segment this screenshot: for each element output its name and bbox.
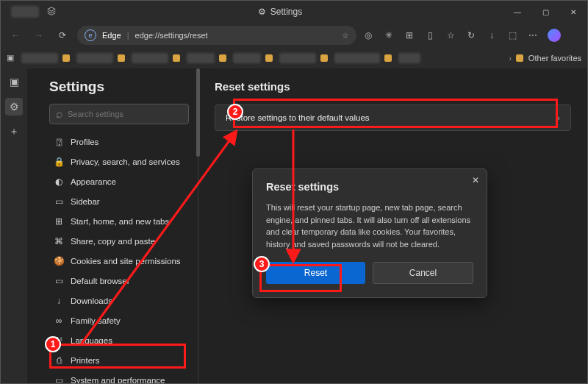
back-button[interactable]: ← xyxy=(7,26,24,44)
family-icon: ∞ xyxy=(54,316,64,326)
favorite-star-icon[interactable]: ☆ xyxy=(342,31,349,40)
edge-icon: e xyxy=(85,29,96,41)
sidebar-item-languages[interactable]: AᵗLanguages xyxy=(49,330,189,350)
sidebar-item-printers[interactable]: ⎙Printers xyxy=(49,350,189,370)
settings-heading: Settings xyxy=(49,79,189,95)
minimize-button[interactable]: — xyxy=(503,1,531,23)
sidebar-item-start[interactable]: ⊞Start, home, and new tabs xyxy=(49,211,189,231)
sidebar-item-privacy[interactable]: 🔒Privacy, search, and services xyxy=(49,152,189,171)
close-button[interactable]: ✕ xyxy=(559,1,587,23)
sidebar-item-label: Sidebar xyxy=(71,197,100,206)
reset-settings-dialog: ✕ Reset settings This will reset your st… xyxy=(252,168,487,298)
rail-newtab-icon[interactable]: ＋ xyxy=(5,123,23,141)
sidebar-item-share[interactable]: ⌘Share, copy and paste xyxy=(49,231,189,251)
bookmark-item[interactable] xyxy=(279,53,316,63)
toolbar-extension-icon[interactable]: ✳ xyxy=(383,29,395,41)
sidebar-item-label: Default browser xyxy=(71,277,130,285)
search-icon: ⌕ xyxy=(56,107,63,121)
bookmark-item[interactable] xyxy=(334,53,380,63)
sidebar-item-label: Start, home, and new tabs xyxy=(71,217,169,226)
sidebar-item-sidebar[interactable]: ▭Sidebar xyxy=(49,191,189,211)
copilot-icon[interactable] xyxy=(548,29,561,42)
cancel-button[interactable]: Cancel xyxy=(373,262,473,284)
navbar: ← → ⟳ e Edge | edge://settings/reset ☆ ◎… xyxy=(1,23,587,48)
bookmarks-bar: ▣ › Other favorites xyxy=(1,48,587,68)
printer-icon: ⎙ xyxy=(54,355,64,366)
rail-tab-icon[interactable]: ▣ xyxy=(5,73,23,90)
other-favorites-button[interactable]: Other favorites xyxy=(516,54,581,63)
toolbar-extensions-icon[interactable]: ⬚ xyxy=(506,29,518,41)
bookmark-item[interactable] xyxy=(21,53,58,63)
home-icon: ⊞ xyxy=(54,216,64,227)
address-brand: Edge xyxy=(102,31,121,40)
refresh-button[interactable]: ⟳ xyxy=(54,26,71,44)
language-icon: Aᵗ xyxy=(54,335,64,346)
sidebar-item-family[interactable]: ∞Family safety xyxy=(49,310,189,330)
toolbar-more-icon[interactable]: ⋯ xyxy=(527,29,539,41)
sidebar-item-label: System and performance xyxy=(71,376,165,384)
toolbar-collections-icon[interactable]: ▯ xyxy=(424,29,436,41)
gear-icon: ⚙ xyxy=(258,7,266,17)
bookmark-tile-icon[interactable]: ▣ xyxy=(7,53,17,63)
toolbar-downloads-icon[interactable]: ↓ xyxy=(486,29,498,41)
browser-icon: ▭ xyxy=(54,276,64,286)
sidebar-item-label: Printers xyxy=(71,356,100,365)
toolbar-grid-icon[interactable]: ⊞ xyxy=(404,29,415,41)
sidebar-item-label: Languages xyxy=(71,336,112,345)
sidebar-item-label: Cookies and site permissions xyxy=(71,257,181,266)
scrollbar[interactable] xyxy=(196,68,200,157)
sidebar-item-system[interactable]: ▭System and performance xyxy=(49,370,189,383)
vertical-tab-rail: ▣ ⚙ ＋ xyxy=(1,68,27,141)
titlebar: ⚙ Settings — ▢ ✕ xyxy=(1,1,587,23)
settings-sidebar: Settings ⌕ ⍰Profiles 🔒Privacy, search, a… xyxy=(27,68,198,383)
sidebar-item-downloads[interactable]: ↓Downloads xyxy=(49,291,189,310)
window-title: Settings xyxy=(270,7,302,17)
restore-defaults-row[interactable]: Restore settings to their default values… xyxy=(215,104,571,131)
toolbar-shield-icon[interactable]: ◎ xyxy=(362,29,374,41)
sidebar-item-label: Profiles xyxy=(71,138,98,146)
sidebar-item-cookies[interactable]: 🍪Cookies and site permissions xyxy=(49,251,189,271)
bookmark-item[interactable] xyxy=(132,53,168,63)
restore-defaults-label: Restore settings to their default values xyxy=(226,113,370,122)
profile-icon: ⍰ xyxy=(54,137,64,147)
forward-button[interactable]: → xyxy=(30,26,48,44)
reset-button[interactable]: Reset xyxy=(266,262,365,284)
dialog-body: This will reset your startup page, new t… xyxy=(266,202,473,250)
appearance-icon: ◐ xyxy=(54,177,64,187)
lock-icon: 🔒 xyxy=(54,157,64,167)
sidebar-icon: ▭ xyxy=(54,196,64,207)
sidebar-item-label: Privacy, search, and services xyxy=(71,157,180,166)
dialog-close-button[interactable]: ✕ xyxy=(472,175,479,185)
bookmark-item[interactable] xyxy=(187,53,215,63)
sidebar-item-label: Appearance xyxy=(71,177,116,186)
bookmark-item[interactable] xyxy=(76,53,113,63)
chevron-right-icon: › xyxy=(557,113,560,122)
address-url: edge://settings/reset xyxy=(135,31,208,40)
other-favorites-label: Other favorites xyxy=(528,54,581,63)
cookie-icon: 🍪 xyxy=(54,256,64,266)
sidebar-item-label: Share, copy and paste xyxy=(71,237,155,246)
sidebar-item-label: Family safety xyxy=(71,316,121,325)
toolbar-history-icon[interactable]: ↻ xyxy=(465,29,477,41)
share-icon: ⌘ xyxy=(54,236,64,246)
address-bar[interactable]: e Edge | edge://settings/reset ☆ xyxy=(77,26,356,45)
sidebar-item-label: Downloads xyxy=(71,296,112,305)
search-settings-input[interactable] xyxy=(68,110,182,118)
tab-thumbnail[interactable] xyxy=(11,6,39,18)
sidebar-item-default-browser[interactable]: ▭Default browser xyxy=(49,271,189,291)
bookmark-overflow-chevron[interactable]: › xyxy=(509,54,512,63)
bookmark-item[interactable] xyxy=(398,53,420,63)
search-settings-box[interactable]: ⌕ xyxy=(49,104,189,124)
rail-settings-icon[interactable]: ⚙ xyxy=(5,98,23,115)
sidebar-item-profiles[interactable]: ⍰Profiles xyxy=(49,132,189,152)
toolbar-favorites-icon[interactable]: ☆ xyxy=(445,29,456,41)
sidebar-item-appearance[interactable]: ◐Appearance xyxy=(49,171,189,191)
maximize-button[interactable]: ▢ xyxy=(531,1,559,23)
workspaces-icon[interactable] xyxy=(46,7,57,17)
bookmark-item[interactable] xyxy=(233,53,261,63)
system-icon: ▭ xyxy=(54,375,64,384)
main-heading: Reset settings xyxy=(215,80,571,93)
download-icon: ↓ xyxy=(54,296,64,306)
dialog-title: Reset settings xyxy=(266,181,473,193)
